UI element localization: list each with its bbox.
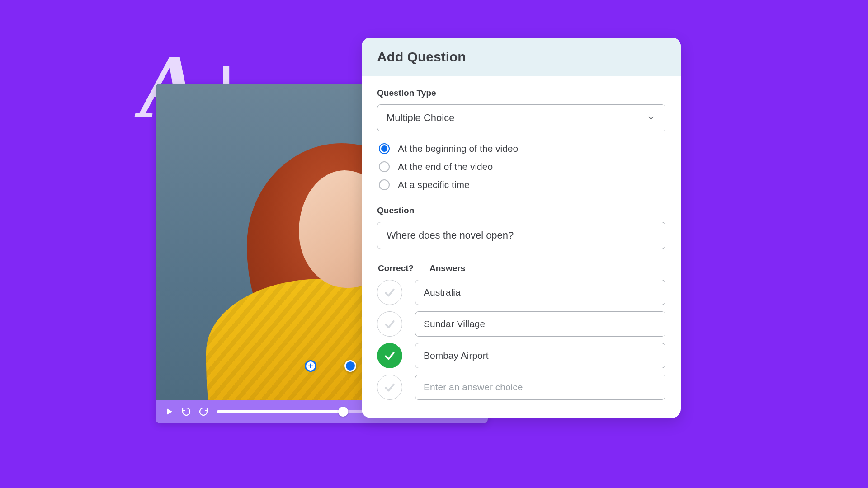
check-icon: [383, 317, 396, 331]
placement-option-label: At the beginning of the video: [398, 143, 518, 154]
answer-input[interactable]: [415, 311, 665, 337]
placement-option-beginning[interactable]: At the beginning of the video: [379, 143, 664, 154]
card-header: Add Question: [362, 38, 681, 76]
answer-row: [377, 280, 665, 305]
correct-header: Correct?: [378, 263, 417, 273]
answer-input[interactable]: [415, 280, 665, 305]
question-type-value: Multiple Choice: [387, 112, 454, 124]
question-input[interactable]: [377, 222, 665, 249]
rewind-icon[interactable]: [181, 406, 192, 417]
placement-option-specific-time[interactable]: At a specific time: [379, 179, 664, 190]
answer-row: [377, 311, 665, 337]
mark-correct-button[interactable]: [377, 375, 402, 400]
check-icon: [383, 286, 396, 299]
progress-fill: [217, 410, 343, 413]
check-icon: [383, 380, 396, 394]
question-type-label: Question Type: [377, 88, 665, 98]
answer-row: [377, 343, 665, 368]
placement-option-label: At a specific time: [398, 179, 470, 190]
play-icon[interactable]: [164, 406, 175, 417]
question-type-select[interactable]: Multiple Choice: [377, 104, 665, 131]
question-label: Question: [377, 206, 665, 216]
progress-knob[interactable]: [338, 407, 348, 417]
radio-icon: [379, 161, 390, 172]
check-icon: [383, 349, 396, 362]
card-title: Add Question: [377, 49, 665, 65]
chevron-down-icon: [646, 113, 656, 123]
radio-icon: [379, 179, 390, 190]
mark-correct-button[interactable]: [377, 311, 402, 337]
forward-icon[interactable]: [198, 406, 209, 417]
placement-option-label: At the end of the video: [398, 161, 493, 172]
mark-correct-button[interactable]: [377, 280, 402, 305]
add-question-card: Add Question Question Type Multiple Choi…: [362, 38, 681, 418]
radio-icon: [379, 143, 390, 154]
add-marker-icon[interactable]: +: [305, 360, 316, 372]
answers-header: Answers: [429, 263, 465, 273]
mark-correct-button[interactable]: [377, 343, 402, 368]
answer-row: [377, 375, 665, 400]
answer-input-empty[interactable]: [415, 375, 665, 400]
placement-radio-group: At the beginning of the video At the end…: [377, 138, 665, 195]
answer-input[interactable]: [415, 343, 665, 368]
placement-option-end[interactable]: At the end of the video: [379, 161, 664, 172]
